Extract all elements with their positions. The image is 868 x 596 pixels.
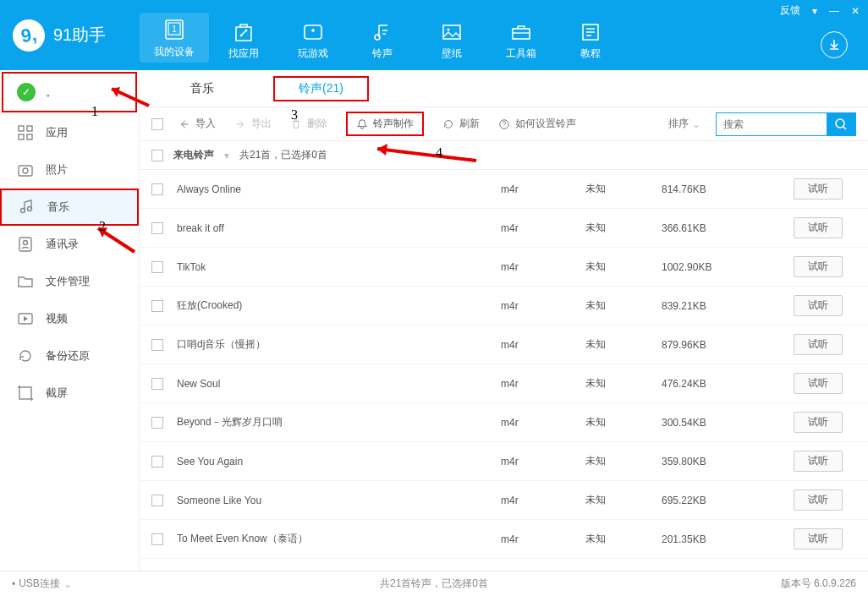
- row-format: m4r: [501, 261, 585, 273]
- nav-wallpapers[interactable]: 壁纸: [417, 14, 486, 61]
- sidebar-item-video[interactable]: 视频: [0, 300, 139, 337]
- wallpaper-icon: [417, 18, 486, 46]
- listen-button[interactable]: 试听: [794, 256, 843, 277]
- usb-status[interactable]: USB连接: [19, 577, 60, 591]
- listen-button[interactable]: 试听: [794, 451, 843, 472]
- row-checkbox[interactable]: [151, 378, 163, 390]
- refresh-button[interactable]: 刷新: [442, 117, 480, 131]
- table-row[interactable]: See You Againm4r未知359.80KB试听: [140, 442, 868, 481]
- sidebar-item-contacts[interactable]: 通讯录: [0, 226, 139, 263]
- tab-music[interactable]: 音乐: [182, 78, 222, 100]
- section-checkbox[interactable]: [151, 150, 163, 161]
- svg-point-4: [245, 30, 247, 31]
- table-row[interactable]: break it offm4r未知366.61KB试听: [140, 209, 868, 248]
- listen-button[interactable]: 试听: [794, 412, 843, 433]
- sidebar-item-apps[interactable]: 应用: [0, 114, 139, 151]
- sort-dropdown[interactable]: 排序 ⌄: [668, 117, 700, 131]
- svg-rect-15: [19, 166, 32, 176]
- version-label: 版本号 6.0.9.226: [781, 577, 856, 591]
- row-format: m4r: [501, 183, 585, 195]
- close-button[interactable]: ✕: [851, 5, 860, 17]
- menu-dropdown-icon[interactable]: ▾: [812, 5, 817, 17]
- dropdown-arrow-icon[interactable]: ▾: [224, 150, 229, 161]
- minimize-button[interactable]: —: [829, 5, 839, 17]
- table-row[interactable]: To Meet Even Know（泰语）m4r未知201.35KB试听: [140, 520, 868, 559]
- main-panel: 音乐 铃声(21) 导入 导出 删除 铃声制作 刷新: [140, 70, 868, 571]
- row-checkbox[interactable]: [151, 222, 163, 234]
- sidebar-item-backup[interactable]: 备份还原: [0, 337, 139, 375]
- table-row[interactable]: Always Onlinem4r未知814.76KB试听: [140, 170, 868, 209]
- row-checkbox[interactable]: [151, 417, 163, 429]
- row-checkbox[interactable]: [151, 533, 163, 545]
- svg-text:1: 1: [172, 25, 177, 34]
- bag-icon: [209, 18, 278, 46]
- table-row[interactable]: New Soulm4r未知476.24KB试听: [140, 364, 868, 403]
- device-name: 。: [46, 85, 57, 100]
- row-checkbox[interactable]: [151, 495, 163, 506]
- device-status-icon: ✓: [17, 83, 36, 101]
- nav-tutorials[interactable]: 教程: [556, 14, 625, 61]
- row-size: 1002.90KB: [662, 261, 780, 273]
- game-icon: [278, 18, 348, 46]
- search-input[interactable]: [717, 118, 827, 130]
- screenshot-icon: [17, 385, 34, 402]
- row-artist: 未知: [585, 298, 662, 313]
- sidebar-item-music[interactable]: 音乐: [0, 189, 139, 226]
- listen-button[interactable]: 试听: [794, 295, 843, 316]
- chevron-down-icon[interactable]: ⌄: [63, 578, 72, 590]
- howto-button[interactable]: 如何设置铃声: [498, 117, 576, 131]
- listen-button[interactable]: 试听: [794, 334, 843, 355]
- row-artist: 未知: [585, 454, 662, 468]
- listen-button[interactable]: 试听: [794, 373, 843, 394]
- tab-ringtone[interactable]: 铃声(21): [273, 76, 369, 101]
- nav-my-device[interactable]: 1 我的设备: [140, 13, 209, 63]
- table-row[interactable]: Beyond－光辉岁月口哨m4r未知300.54KB试听: [140, 403, 868, 442]
- table-row[interactable]: Someone Like Youm4r未知695.22KB试听: [140, 481, 868, 520]
- export-button[interactable]: 导出: [234, 117, 272, 131]
- row-size: 476.24KB: [662, 378, 780, 390]
- sidebar-item-screenshot[interactable]: 截屏: [0, 375, 139, 412]
- import-icon: [179, 118, 190, 130]
- sidebar-item-files[interactable]: 文件管理: [0, 263, 139, 300]
- row-checkbox[interactable]: [151, 300, 163, 312]
- row-checkbox[interactable]: [151, 339, 163, 351]
- row-name: See You Again: [163, 456, 501, 468]
- download-icon: [827, 38, 841, 52]
- table-row[interactable]: 狂放(Crooked)m4r未知839.21KB试听: [140, 287, 868, 325]
- row-checkbox[interactable]: [151, 261, 163, 273]
- row-format: m4r: [501, 378, 585, 390]
- listen-button[interactable]: 试听: [794, 528, 843, 550]
- row-checkbox[interactable]: [151, 183, 163, 195]
- nav-toolbox[interactable]: 工具箱: [486, 14, 556, 61]
- select-all-checkbox[interactable]: [151, 118, 163, 130]
- nav-ringtones[interactable]: 铃声: [348, 14, 417, 61]
- row-size: 300.54KB: [662, 417, 780, 429]
- search-box: [716, 112, 856, 136]
- delete-button[interactable]: 删除: [290, 117, 327, 131]
- listen-button[interactable]: 试听: [794, 217, 843, 238]
- listen-button[interactable]: 试听: [794, 178, 843, 200]
- table-row[interactable]: 口哨dj音乐（慢摇）m4r未知879.96KB试听: [140, 325, 868, 364]
- import-button[interactable]: 导入: [179, 117, 216, 131]
- svg-point-8: [448, 29, 450, 31]
- sidebar-device[interactable]: ✓ 。: [2, 72, 137, 112]
- table-row[interactable]: TikTokm4r未知1002.90KB试听: [140, 248, 868, 287]
- row-artist: 未知: [585, 376, 662, 391]
- top-nav: 1 我的设备 找应用 玩游戏 铃声 壁纸 工具箱 教程: [140, 0, 625, 70]
- logo-block: 9, 91助手: [0, 0, 140, 70]
- sidebar-item-photos[interactable]: 照片: [0, 151, 139, 189]
- make-ringtone-button[interactable]: 铃声制作: [346, 112, 424, 136]
- window-controls: 反馈 ▾ — ✕: [780, 3, 860, 18]
- download-button[interactable]: [821, 31, 848, 58]
- listen-button[interactable]: 试听: [794, 489, 843, 511]
- refresh-icon: [442, 118, 454, 130]
- chevron-down-icon: ⌄: [692, 118, 700, 130]
- toolbox-icon: [486, 18, 556, 46]
- row-name: Someone Like You: [163, 495, 501, 506]
- nav-play-games[interactable]: 玩游戏: [278, 14, 348, 61]
- row-checkbox[interactable]: [151, 456, 163, 468]
- feedback-link[interactable]: 反馈: [780, 3, 800, 18]
- row-size: 879.96KB: [662, 339, 780, 351]
- nav-find-apps[interactable]: 找应用: [209, 14, 278, 61]
- search-button[interactable]: [827, 112, 855, 136]
